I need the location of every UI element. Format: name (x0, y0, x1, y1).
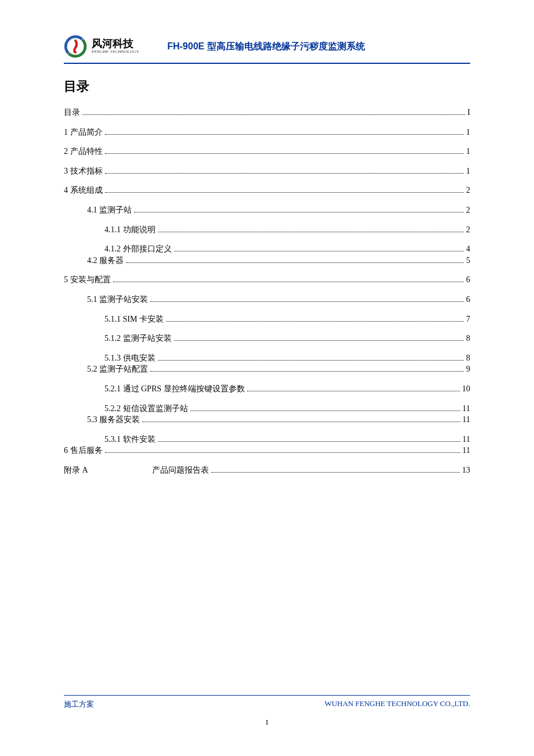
toc-label: 5.3 服务器安装 (87, 414, 140, 426)
toc-entry[interactable]: 5.1 监测子站安装 6 (87, 294, 470, 305)
toc-page: 2 (466, 224, 470, 236)
table-of-contents: 目录 I 1 产品简介 1 2 产品特性 1 3 技术指标 1 4 系统组成 2… (64, 107, 470, 476)
toc-dots (82, 114, 465, 115)
page-number: I (266, 718, 268, 727)
toc-entry[interactable]: 4.1 监测子站 2 (87, 204, 470, 216)
toc-title: 目录 (64, 78, 470, 95)
document-title: FH-900E 型高压输电线路绝缘子污秽度监测系统 (167, 41, 365, 53)
company-name: 风河科技 (92, 38, 139, 50)
toc-page: 6 (466, 274, 470, 286)
toc-entry[interactable]: 5.2 监测子站配置 9 (87, 363, 470, 375)
toc-entry[interactable]: 5.3.1 软件安装 11 (104, 434, 470, 445)
toc-dots (105, 192, 464, 193)
toc-dots (105, 173, 464, 174)
toc-label: 4.1 监测子站 (87, 204, 132, 216)
toc-entry[interactable]: 4.1.2 外部接口定义 4 (104, 243, 470, 255)
toc-dots (158, 232, 464, 232)
toc-entry[interactable]: 4.2 服务器 5 (87, 255, 470, 267)
toc-entry[interactable]: 3 技术指标 1 (64, 165, 470, 177)
toc-label: 6 售后服务 (64, 445, 103, 456)
toc-page: I (467, 107, 470, 118)
toc-entry[interactable]: 附录 A 产品问题报告表 13 (64, 465, 470, 476)
toc-page: 9 (466, 363, 470, 375)
toc-label: 5.2 监测子站配置 (87, 363, 148, 375)
company-text: 风河科技 FENGHE TECHNOLOGY (92, 38, 139, 54)
toc-entry[interactable]: 5.1.1 SIM 卡安装 7 (104, 314, 470, 325)
toc-page: 4 (466, 243, 470, 255)
toc-dots (166, 321, 464, 322)
toc-dots (174, 251, 464, 251)
toc-dots (105, 134, 464, 135)
toc-dots (211, 472, 460, 473)
toc-entry[interactable]: 5.1.3 供电安装 8 (104, 352, 470, 364)
toc-label: 4.1.2 外部接口定义 (104, 243, 172, 255)
toc-page: 1 (466, 165, 470, 177)
toc-dots (158, 441, 460, 442)
toc-label: 3 技术指标 (64, 165, 103, 177)
footer-left: 施工方案 (64, 699, 94, 710)
footer-divider (64, 695, 470, 696)
toc-label: 5.3.1 软件安装 (104, 434, 156, 445)
toc-dots (247, 391, 460, 391)
toc-dots (174, 340, 464, 341)
toc-page: 1 (466, 127, 470, 138)
toc-label: 2 产品特性 (64, 146, 103, 157)
toc-entry[interactable]: 4.1.1 功能说明 2 (104, 224, 470, 236)
toc-entry[interactable]: 4 系统组成 2 (64, 185, 470, 196)
footer-right: WUHAN FENGHE TECHNOLOGY CO.,LTD. (324, 699, 470, 710)
toc-entry[interactable]: 2 产品特性 1 (64, 146, 470, 157)
toc-dots (142, 422, 460, 422)
toc-page: 11 (463, 434, 470, 445)
toc-page: 8 (466, 333, 470, 344)
toc-page: 8 (466, 352, 470, 364)
toc-label: 4.1.1 功能说明 (104, 224, 156, 236)
toc-dots (190, 411, 460, 411)
toc-label: 5.1.1 SIM 卡安装 (104, 314, 164, 325)
toc-label: 附录 A (64, 465, 88, 476)
footer: 施工方案 WUHAN FENGHE TECHNOLOGY CO.,LTD. (64, 695, 470, 710)
toc-entry[interactable]: 6 售后服务 11 (64, 445, 470, 456)
toc-label: 5 安装与配置 (64, 274, 111, 286)
toc-page: 2 (466, 185, 470, 196)
footer-content: 施工方案 WUHAN FENGHE TECHNOLOGY CO.,LTD. (64, 699, 470, 710)
toc-label: 5.1 监测子站安装 (87, 294, 148, 305)
toc-page: 7 (466, 314, 470, 325)
toc-entry[interactable]: 目录 I (64, 107, 470, 118)
toc-entry[interactable]: 5 安装与配置 6 (64, 274, 470, 286)
toc-label: 4.2 服务器 (87, 255, 124, 267)
company-logo-icon (64, 35, 87, 58)
toc-entry[interactable]: 5.3 服务器安装 11 (87, 414, 470, 426)
toc-label: 目录 (64, 107, 80, 118)
toc-label: 1 产品简介 (64, 127, 103, 138)
header: 风河科技 FENGHE TECHNOLOGY FH-900E 型高压输电线路绝缘… (64, 35, 470, 58)
toc-label: 4 系统组成 (64, 185, 103, 196)
toc-dots (150, 301, 464, 302)
toc-label: 5.1.2 监测子站安装 (104, 333, 172, 344)
toc-page: 1 (466, 146, 470, 157)
toc-page: 13 (462, 465, 470, 476)
toc-page: 2 (466, 204, 470, 216)
toc-entry[interactable]: 5.2.2 短信设置监测子站 11 (104, 403, 470, 415)
header-divider (64, 63, 470, 64)
toc-page: 11 (463, 403, 470, 415)
toc-page: 10 (462, 383, 470, 395)
toc-page: 11 (463, 445, 470, 456)
toc-label: 产品问题报告表 (152, 465, 209, 476)
toc-dots (113, 282, 464, 282)
toc-dots (105, 153, 464, 154)
toc-dots (150, 371, 464, 372)
toc-page: 11 (463, 414, 470, 426)
toc-dots (126, 262, 464, 263)
toc-label: 5.2.2 短信设置监测子站 (104, 403, 188, 415)
toc-page: 5 (466, 255, 470, 267)
toc-dots (134, 212, 464, 213)
toc-label: 5.1.3 供电安装 (104, 352, 156, 364)
toc-entry[interactable]: 5.1.2 监测子站安装 8 (104, 333, 470, 344)
toc-label: 5.2.1 通过 GPRS 显控终端按键设置参数 (104, 383, 245, 395)
toc-entry[interactable]: 5.2.1 通过 GPRS 显控终端按键设置参数 10 (104, 383, 470, 395)
toc-dots (105, 452, 460, 453)
company-subtitle: FENGHE TECHNOLOGY (92, 50, 139, 55)
toc-dots (158, 360, 464, 361)
toc-page: 6 (466, 294, 470, 305)
toc-entry[interactable]: 1 产品简介 1 (64, 127, 470, 138)
